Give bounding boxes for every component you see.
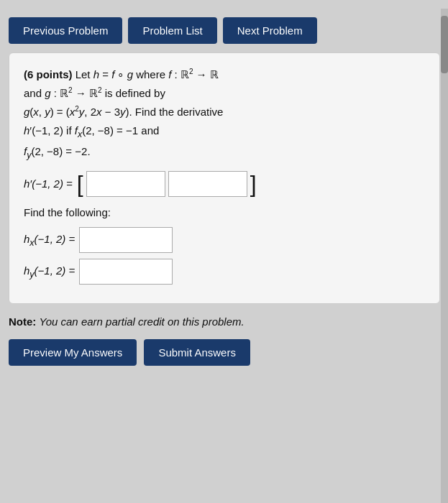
hy-answer-row: hy(−1, 2) = [24, 259, 425, 285]
hx-label: hx(−1, 2) = [24, 231, 75, 250]
problem-box: (6 points) Let h = f ∘ g where f : ℝ2 → … [9, 52, 440, 304]
scrollbar-track[interactable] [441, 9, 448, 503]
h-prime-input-2[interactable] [168, 171, 247, 197]
bottom-buttons: Preview My Answers Submit Answers [9, 339, 440, 366]
hy-input[interactable] [79, 259, 173, 285]
bracket-container: [ ] [77, 171, 257, 197]
problem-line-1: (6 points) Let h = f ∘ g where f : ℝ2 → … [24, 66, 425, 83]
right-bracket: ] [250, 172, 257, 195]
scrollbar-thumb[interactable] [441, 16, 448, 73]
prev-problem-button[interactable]: Previous Problem [9, 17, 122, 44]
nav-buttons: Previous Problem Problem List Next Probl… [9, 17, 440, 44]
note-prefix: Note: [9, 315, 36, 328]
problem-line-4: h′(−1, 2) if fx(2, −8) = −1 and [24, 122, 425, 142]
h-prime-label: h′(−1, 2) = [24, 175, 73, 193]
find-label: Find the following: [24, 204, 425, 221]
note-section: Note: You can earn partial credit on thi… [9, 315, 440, 328]
h-prime-input-1[interactable] [86, 171, 165, 197]
hx-input[interactable] [79, 227, 173, 253]
problem-line-5: fy(2, −8) = −2. [24, 143, 425, 162]
submit-answers-button[interactable]: Submit Answers [144, 339, 250, 366]
points-label: (6 points) [24, 68, 73, 80]
problem-text: (6 points) Let h = f ∘ g where f : ℝ2 → … [24, 66, 425, 162]
problem-line-3: g(x, y) = (x2y, 2x − 3y). Find the deriv… [24, 103, 425, 121]
left-bracket: [ [77, 172, 83, 195]
hx-answer-row: hx(−1, 2) = [24, 227, 425, 253]
next-problem-button[interactable]: Next Problem [223, 17, 317, 44]
problem-line-2: and g : ℝ2 → ℝ2 is defined by [24, 85, 425, 102]
preview-answers-button[interactable]: Preview My Answers [9, 339, 137, 366]
problem-list-button[interactable]: Problem List [128, 17, 216, 44]
note-text: You can earn partial credit on this prob… [40, 315, 244, 328]
h-prime-answer-row: h′(−1, 2) = [ ] [24, 171, 425, 197]
hy-label: hy(−1, 2) = [24, 262, 75, 282]
